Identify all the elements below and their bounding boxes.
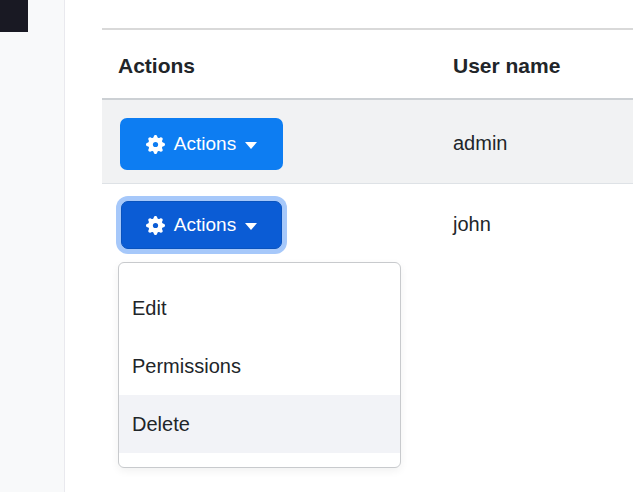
actions-button-label: Actions — [174, 214, 236, 236]
actions-dropdown-menu: Edit Permissions Delete — [118, 262, 401, 468]
gear-icon — [146, 135, 165, 154]
left-sidebar — [0, 0, 65, 492]
actions-dropdown-button-admin[interactable]: Actions — [120, 118, 283, 170]
menu-item-delete[interactable]: Delete — [119, 395, 400, 453]
actions-dropdown-button-john[interactable]: Actions — [121, 201, 282, 249]
username-cell-john: john — [453, 212, 491, 236]
menu-item-edit[interactable]: Edit — [119, 279, 400, 337]
gear-icon — [146, 216, 165, 235]
menu-item-permissions[interactable]: Permissions — [119, 337, 400, 395]
column-header-actions: Actions — [118, 52, 195, 80]
actions-button-label: Actions — [174, 133, 236, 155]
chevron-down-icon — [245, 142, 257, 149]
corner-dark-block — [0, 0, 28, 32]
chevron-down-icon — [245, 223, 257, 230]
top-divider — [102, 28, 633, 30]
column-header-username: User name — [453, 52, 560, 80]
username-cell-admin: admin — [453, 131, 507, 155]
